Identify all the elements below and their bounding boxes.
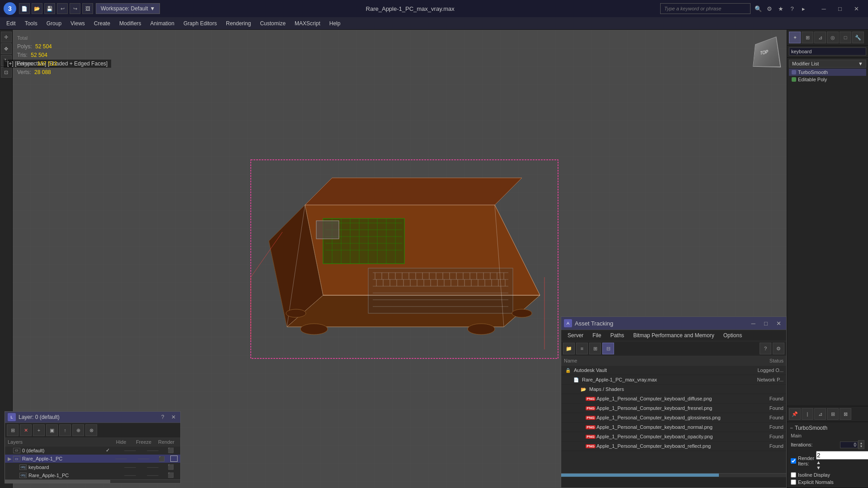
- nav-cube-box[interactable]: TOP: [753, 37, 781, 67]
- asset-menu-options[interactable]: Options: [719, 331, 746, 340]
- turbos-explicit-check[interactable]: [791, 479, 796, 485]
- nav-cube[interactable]: TOP: [746, 34, 782, 70]
- layers-scrollbar[interactable]: [5, 479, 180, 483]
- turbos-isoline-check[interactable]: [791, 472, 796, 478]
- layers-help-button[interactable]: ?: [159, 413, 167, 421]
- save-button[interactable]: 💾: [44, 3, 55, 14]
- asset-minimize-button[interactable]: ─: [748, 318, 758, 328]
- rp-btn4[interactable]: ⊞: [827, 408, 839, 420]
- asset-btn1[interactable]: 📁: [563, 343, 575, 354]
- turbos-renderiter-check[interactable]: [791, 458, 796, 464]
- layers-add-btn[interactable]: +: [33, 424, 45, 436]
- modifier-turbosmooth[interactable]: TurboSmooth: [789, 69, 866, 76]
- layers-close-button[interactable]: ✕: [169, 413, 178, 421]
- turbos-iterations-input[interactable]: [840, 442, 858, 448]
- modifier-search-input[interactable]: [789, 47, 866, 56]
- layers-select-btn[interactable]: ▣: [46, 424, 58, 436]
- asset-row-file[interactable]: 📄 Rare_Apple-1_PC_max_vray.max Network P…: [561, 375, 786, 385]
- redo-button[interactable]: ↪: [70, 3, 80, 14]
- undo-button[interactable]: ↩: [57, 3, 68, 14]
- asset-row-fresnel[interactable]: PNG Apple_1_Personal_Computer_keyboard_f…: [561, 404, 786, 413]
- rp-btn5[interactable]: ⊠: [840, 408, 851, 420]
- layer-row-rare-apple[interactable]: ▶ ▭ Rare_Apple-1_PC ──── ──── ⬛: [5, 455, 180, 463]
- menu-item-modifiers[interactable]: Modifiers: [115, 19, 146, 28]
- search-icon[interactable]: 🔍: [753, 4, 763, 14]
- verts-value: 28 088: [34, 69, 51, 75]
- display-icon[interactable]: □: [840, 32, 851, 43]
- layers-btn7[interactable]: ⊗: [85, 424, 97, 436]
- rp-btn3[interactable]: ⊿: [814, 408, 826, 420]
- turbos-iterations-arrows[interactable]: ▲▼: [858, 440, 864, 449]
- pin-icon[interactable]: 📌: [789, 408, 801, 420]
- layer-icon4: obj: [19, 473, 27, 478]
- menu-item-group[interactable]: Group: [42, 19, 66, 28]
- menu-item-maxscript[interactable]: MAXScript: [290, 19, 325, 28]
- asset-btn2[interactable]: ≡: [576, 343, 588, 354]
- asset-row-vault[interactable]: 🔒 Autodesk Vault Logged O...: [561, 366, 786, 375]
- modifier-editable-poly[interactable]: Editable Poly: [789, 76, 866, 83]
- maximize-button[interactable]: □: [832, 2, 848, 15]
- menu-item-animation[interactable]: Animation: [146, 19, 179, 28]
- star-icon[interactable]: ★: [776, 4, 786, 14]
- turbos-iterations-spinner[interactable]: ▲▼: [840, 440, 864, 449]
- close-button[interactable]: ✕: [848, 2, 864, 15]
- asset-btn4[interactable]: ⊟: [602, 343, 614, 354]
- asset-row-diffuse[interactable]: PNG Apple_1_Personal_Computer_keyboard_d…: [561, 394, 786, 404]
- workspace-button[interactable]: Workspace: Default ▼: [96, 3, 160, 14]
- menu-item-create[interactable]: Create: [89, 19, 115, 28]
- asset-menu-bitmap[interactable]: Bitmap Performance and Memory: [629, 331, 718, 340]
- title-icons: 🔍 ⚙ ★ ? ▸: [753, 4, 808, 14]
- asset-menu-server[interactable]: Server: [563, 331, 588, 340]
- menu-item-graph-editors[interactable]: Graph Editors: [179, 19, 221, 28]
- menu-item-help[interactable]: Help: [325, 19, 345, 28]
- motion-icon[interactable]: ◎: [827, 32, 839, 43]
- layers-btn6[interactable]: ⊕: [72, 424, 84, 436]
- turbos-renderiter-input[interactable]: [816, 451, 868, 460]
- turbos-renderiter-spinner[interactable]: ▲▼: [816, 451, 868, 470]
- select-tool[interactable]: ✛: [1, 32, 12, 42]
- open-button[interactable]: 📂: [32, 3, 42, 14]
- modify-icon[interactable]: ⊞: [802, 32, 813, 43]
- menu-item-views[interactable]: Views: [66, 19, 89, 28]
- layers-delete-btn[interactable]: ✕: [20, 424, 32, 436]
- more-icon[interactable]: ▸: [798, 4, 808, 14]
- asset-menu-paths[interactable]: Paths: [606, 331, 629, 340]
- layer-row-default[interactable]: ▭ 0 (default) ✓ ──── ──── ⬛: [5, 446, 180, 455]
- settings-icon[interactable]: ⚙: [765, 4, 774, 14]
- capture-button[interactable]: 🖼: [82, 3, 93, 14]
- layers-display-btn[interactable]: ⊞: [7, 424, 19, 436]
- move-tool[interactable]: ✥: [1, 43, 12, 54]
- minimize-button[interactable]: ─: [816, 2, 832, 15]
- asset-maximize-button[interactable]: □: [761, 318, 771, 328]
- scale-tool[interactable]: ⊡: [1, 67, 12, 78]
- layers-scrollbar-thumb[interactable]: [5, 480, 110, 483]
- asset-close-button[interactable]: ✕: [774, 318, 784, 328]
- layer-row-keyboard[interactable]: obj keyboard ──── ──── ⬛: [5, 463, 180, 471]
- turbosmooth-dot: [792, 70, 796, 74]
- help-icon[interactable]: ?: [787, 4, 797, 14]
- menu-item-rendering[interactable]: Rendering: [221, 19, 255, 28]
- asset-btn3[interactable]: ⊞: [589, 343, 601, 354]
- hierarchy-icon[interactable]: ⊿: [814, 32, 826, 43]
- asset-row-opacity[interactable]: PNG Apple_1_Personal_Computer_keyboard_o…: [561, 432, 786, 442]
- asset-menu-file[interactable]: File: [588, 331, 605, 340]
- layer-row-rare-apple2[interactable]: obj Rare_Apple-1_PC ──── ──── ⬛: [5, 471, 180, 479]
- menu-item-tools[interactable]: Tools: [20, 19, 42, 28]
- turbos-collapse-icon[interactable]: −: [790, 425, 793, 431]
- asset-row-maps[interactable]: 📂 Maps / Shaders: [561, 385, 786, 394]
- utilities-icon[interactable]: 🔧: [852, 32, 864, 43]
- asset-settings-btn[interactable]: ⚙: [773, 343, 784, 354]
- turbos-renderiter-arrows[interactable]: ▲▼: [816, 460, 868, 470]
- asset-row-glossiness[interactable]: PNG Apple_1_Personal_Computer_keyboard_g…: [561, 413, 786, 423]
- asset-row-normal[interactable]: PNG Apple_1_Personal_Computer_keyboard_n…: [561, 423, 786, 432]
- layers-move-btn[interactable]: ↑: [59, 424, 71, 436]
- rp-btn2[interactable]: |: [802, 408, 813, 420]
- search-input[interactable]: [660, 3, 751, 14]
- create-icon[interactable]: ✦: [789, 32, 801, 43]
- asset-help-btn[interactable]: ?: [760, 343, 771, 354]
- modifier-list-header[interactable]: Modifier List ▼: [789, 60, 866, 68]
- menu-item-edit[interactable]: Edit: [2, 19, 20, 28]
- menu-item-customize[interactable]: Customize: [255, 19, 290, 28]
- new-button[interactable]: 📄: [19, 3, 30, 14]
- asset-row-reflect[interactable]: PNG Apple_1_Personal_Computer_keyboard_r…: [561, 442, 786, 451]
